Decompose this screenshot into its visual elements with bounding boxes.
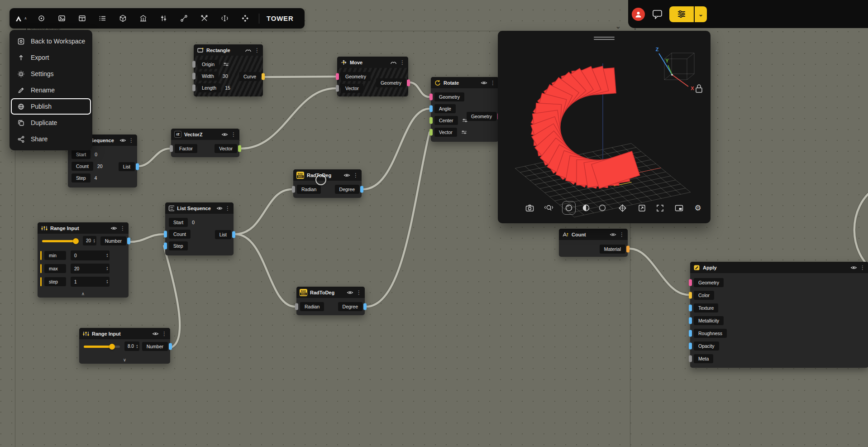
param-row-max[interactable]: max20▴▾ bbox=[38, 263, 129, 274]
output-material[interactable]: Material bbox=[600, 245, 625, 254]
min-value-box[interactable]: 0▴▾ bbox=[71, 250, 110, 260]
pip-button[interactable] bbox=[672, 201, 686, 215]
input-row[interactable]: Meta bbox=[690, 352, 868, 365]
user-avatar[interactable] bbox=[632, 8, 645, 21]
chat-button[interactable] bbox=[650, 7, 664, 21]
step-value[interactable]: 4 bbox=[95, 175, 97, 181]
output-list[interactable]: List bbox=[215, 230, 231, 239]
node-header[interactable]: Rotate ⋮ bbox=[431, 77, 499, 88]
viewport-scene[interactable]: Z Y X bbox=[498, 31, 711, 223]
stepper[interactable]: ▴▾ bbox=[106, 266, 108, 271]
input-color[interactable]: Color bbox=[694, 291, 714, 300]
screenshot-button[interactable] bbox=[523, 201, 536, 215]
group-collapse-icon[interactable]: ⌄ bbox=[615, 23, 621, 30]
node-count[interactable]: Count ⋮ Material bbox=[559, 229, 628, 257]
output-degree[interactable]: Degree bbox=[335, 185, 359, 194]
menu-item-rename[interactable]: Rename bbox=[10, 82, 92, 98]
input-geometry[interactable]: Geometry bbox=[694, 278, 724, 287]
node-header[interactable]: RADDEG RadToDeg ⋮ bbox=[293, 169, 362, 181]
input-row[interactable]: Origin bbox=[194, 58, 263, 70]
menu-item-export[interactable]: Export bbox=[10, 49, 92, 66]
shading-material-button[interactable] bbox=[579, 201, 593, 215]
node-menu-icon[interactable]: ⋮ bbox=[162, 331, 167, 337]
node-header[interactable]: Range Input ⋮ bbox=[79, 328, 170, 339]
image-tool-button[interactable] bbox=[52, 8, 72, 29]
io-row[interactable]: FactorVector bbox=[171, 143, 239, 154]
collapse-toggle[interactable]: ∧ bbox=[38, 290, 129, 297]
node-header[interactable]: Count ⋮ bbox=[559, 229, 628, 240]
texture-input-port[interactable] bbox=[689, 305, 692, 312]
number-output-port[interactable] bbox=[169, 343, 172, 350]
eye-icon[interactable] bbox=[221, 132, 228, 137]
node-menu-icon[interactable]: ⋮ bbox=[400, 59, 405, 66]
input-texture[interactable]: Texture bbox=[694, 303, 718, 312]
input-factor[interactable]: Factor bbox=[175, 144, 197, 153]
output-geometry[interactable]: Geometry bbox=[376, 78, 406, 87]
output-row[interactable]: Geometry bbox=[337, 77, 408, 88]
zoom-fit-button[interactable] bbox=[542, 201, 555, 215]
param-row-step[interactable]: step1▴▾ bbox=[38, 276, 129, 287]
geometry-output-port[interactable] bbox=[407, 80, 410, 87]
menu-item-duplicate[interactable]: Duplicate bbox=[10, 115, 92, 131]
node-radtodeg-2[interactable]: RADDEG RadToDeg ⋮ RadianDegree bbox=[296, 287, 365, 315]
filter-button[interactable] bbox=[669, 6, 694, 22]
output-row[interactable]: Geometry bbox=[431, 111, 499, 122]
output-row[interactable]: Number bbox=[38, 236, 129, 246]
input-row[interactable]: Roughness bbox=[690, 327, 868, 340]
node-menu-icon[interactable]: ⋮ bbox=[619, 231, 625, 238]
node-header[interactable]: Apply ⋮ bbox=[690, 262, 868, 273]
input-row[interactable]: Metallicity bbox=[690, 314, 868, 327]
output-number[interactable]: Number bbox=[100, 236, 126, 245]
table-tool-button[interactable] bbox=[72, 8, 92, 29]
node-list-sequence[interactable]: List Sequence ⋮ Start0 Count Step List bbox=[165, 202, 234, 255]
step-input-port[interactable] bbox=[164, 243, 167, 250]
input-radian[interactable]: Radian bbox=[300, 302, 324, 311]
param-row-min[interactable]: min0▴▾ bbox=[38, 250, 129, 261]
input-opacity[interactable]: Opacity bbox=[694, 341, 719, 351]
input-step[interactable]: Step bbox=[169, 241, 188, 250]
sliders-tool-button[interactable] bbox=[153, 8, 174, 29]
origin-input-port[interactable] bbox=[192, 61, 196, 68]
eye-icon[interactable] bbox=[481, 81, 487, 85]
vector-output-port[interactable] bbox=[238, 145, 241, 152]
input-row[interactable]: Step4 bbox=[68, 172, 137, 184]
start-value[interactable]: 0 bbox=[95, 152, 97, 157]
input-origin[interactable]: Origin bbox=[197, 60, 219, 69]
max-value-box[interactable]: 20▴▾ bbox=[71, 264, 110, 274]
building-tool-button[interactable] bbox=[133, 8, 153, 29]
menu-item-back-to-workspace[interactable]: Back to Workspace bbox=[10, 33, 92, 49]
panel-drag-handle[interactable] bbox=[594, 37, 615, 40]
eye-icon[interactable] bbox=[347, 290, 353, 295]
vector-input-port[interactable] bbox=[429, 129, 433, 136]
node-menu-icon[interactable]: ⋮ bbox=[129, 137, 134, 144]
output-vector[interactable]: Vector bbox=[215, 144, 237, 153]
color-input-port[interactable] bbox=[689, 292, 692, 299]
params-icon[interactable] bbox=[461, 130, 467, 135]
input-length[interactable]: Length bbox=[197, 83, 221, 92]
list-output-port[interactable] bbox=[136, 163, 139, 170]
step-value-box[interactable]: 1▴▾ bbox=[71, 277, 110, 287]
roughness-input-port[interactable] bbox=[689, 330, 692, 337]
number-output-port[interactable] bbox=[127, 238, 130, 245]
eye-icon[interactable] bbox=[119, 138, 126, 143]
eye-icon[interactable] bbox=[343, 173, 350, 178]
input-row[interactable]: Color bbox=[690, 289, 868, 302]
eye-icon[interactable] bbox=[610, 232, 616, 237]
node-header[interactable]: /Z VectorZ ⋮ bbox=[171, 129, 239, 140]
degree-output-port[interactable] bbox=[360, 186, 363, 193]
eye-icon[interactable] bbox=[110, 226, 117, 231]
output-row[interactable]: Material bbox=[559, 244, 628, 255]
input-geometry[interactable]: Geometry bbox=[434, 92, 464, 101]
node-header[interactable]: Range Input ⋮ bbox=[38, 222, 129, 234]
io-row[interactable]: RadianDegree bbox=[296, 301, 365, 312]
node-menu-icon[interactable]: ⋮ bbox=[120, 225, 125, 231]
target-tool-button[interactable] bbox=[31, 8, 52, 29]
input-meta[interactable]: Meta bbox=[694, 354, 713, 363]
meta-input-port[interactable] bbox=[689, 356, 692, 362]
length-input-port[interactable] bbox=[192, 85, 196, 91]
eye-icon[interactable] bbox=[152, 332, 159, 336]
node-menu-icon[interactable]: ⋮ bbox=[860, 264, 865, 271]
list-tool-button[interactable] bbox=[92, 8, 113, 29]
components-tool-button[interactable] bbox=[235, 8, 255, 29]
input-row[interactable]: Geometry bbox=[431, 91, 499, 103]
